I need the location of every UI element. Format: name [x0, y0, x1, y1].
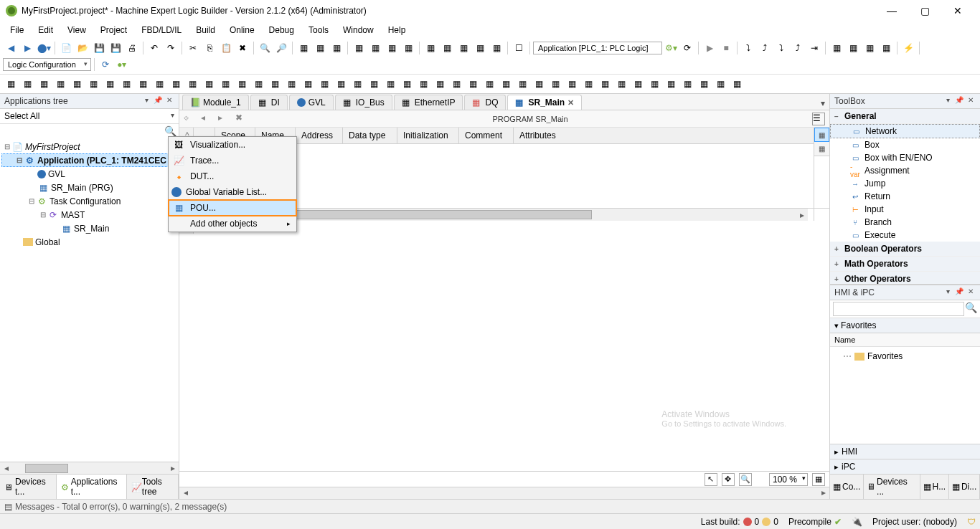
- tb2-icon[interactable]: ▦: [283, 76, 299, 92]
- panel-dropdown-icon[interactable]: ▾: [943, 96, 953, 106]
- tb-icon[interactable]: ▦: [456, 40, 471, 56]
- hmi-favorites-row[interactable]: ⋯ Favorites: [836, 350, 974, 363]
- subbar-fwd-icon[interactable]: ▸: [218, 113, 231, 125]
- redo-icon[interactable]: ↷: [163, 40, 179, 56]
- tree-hscroll[interactable]: ◂▸: [0, 462, 179, 474]
- step-icon[interactable]: ⇥: [806, 40, 822, 56]
- tb2-icon[interactable]: ▦: [316, 76, 332, 92]
- toolbox-group-math[interactable]: +Math Operators: [830, 257, 980, 272]
- cut-icon[interactable]: ✂: [185, 40, 201, 56]
- tb2-icon[interactable]: ▦: [481, 76, 497, 92]
- gutter-btn-1[interactable]: ▦: [814, 128, 829, 142]
- tb-icon[interactable]: ▦: [829, 40, 844, 56]
- tree-gvl-row[interactable]: GVL: [1, 167, 177, 181]
- run-icon[interactable]: ▶: [702, 40, 717, 56]
- tb2-icon[interactable]: ▦: [102, 76, 118, 92]
- nav-dropdown-icon[interactable]: ⬤▾: [36, 40, 52, 56]
- menu-file[interactable]: File: [3, 23, 31, 37]
- tb2-icon[interactable]: ▦: [118, 76, 134, 92]
- tb2-icon[interactable]: ▦: [663, 76, 679, 92]
- menu-view[interactable]: View: [60, 23, 93, 37]
- tb2-icon[interactable]: ▦: [201, 76, 217, 92]
- tb2-icon[interactable]: ▦: [448, 76, 464, 92]
- stop-icon[interactable]: ■: [718, 40, 734, 56]
- subbar-icon[interactable]: ⟐: [184, 113, 197, 125]
- tb-icon[interactable]: ▦: [439, 40, 455, 56]
- tree-taskcfg-row[interactable]: ⊟ ⚙ Task Configuration: [1, 194, 177, 208]
- findnext-icon[interactable]: 🔎: [273, 40, 289, 56]
- tb2-icon[interactable]: ▦: [300, 76, 316, 92]
- open-icon[interactable]: 📂: [75, 40, 90, 56]
- tb2-icon[interactable]: ▦: [168, 76, 184, 92]
- menu-fbd[interactable]: FBD/LD/IL: [134, 23, 189, 37]
- tb2-icon[interactable]: ▦: [646, 76, 662, 92]
- tb-icon[interactable]: ⟳: [679, 40, 695, 56]
- col-init[interactable]: Initialization: [397, 128, 459, 143]
- status-shield-icon[interactable]: 🛡: [967, 517, 976, 527]
- tb2-icon[interactable]: ▦: [597, 76, 613, 92]
- tb2-icon[interactable]: ▦: [36, 76, 52, 92]
- fit-icon[interactable]: ▦: [812, 473, 825, 486]
- panel-dropdown-icon[interactable]: ▾: [141, 96, 151, 106]
- cm-trace[interactable]: 📈Trace...: [169, 153, 296, 168]
- tb-icon[interactable]: ☐: [511, 40, 527, 56]
- paste-icon[interactable]: 📋: [218, 40, 234, 56]
- toolbox-item-network[interactable]: ▭Network: [830, 124, 980, 138]
- tb2-icon[interactable]: ▦: [630, 76, 646, 92]
- cm-gvl[interactable]: Global Variable List...: [169, 184, 296, 200]
- tb-icon[interactable]: ●▾: [114, 57, 130, 72]
- tb-icon[interactable]: ▦: [845, 40, 861, 56]
- tb2-icon[interactable]: ▦: [547, 76, 563, 92]
- subbar-back-icon[interactable]: ◂: [201, 113, 214, 125]
- tb2-icon[interactable]: ▦: [432, 76, 448, 92]
- doc-tab-dq[interactable]: ▦DQ: [464, 95, 506, 110]
- menu-tools[interactable]: Tools: [301, 23, 336, 37]
- toolbox-item-jump[interactable]: →Jump: [830, 177, 980, 190]
- tb2-icon[interactable]: ▦: [333, 76, 349, 92]
- tb2-icon[interactable]: ▦: [69, 76, 85, 92]
- col-attributes[interactable]: Attributes: [514, 128, 829, 143]
- messages-bar[interactable]: ▤ Messages - Total 0 error(s), 0 warning…: [0, 499, 980, 513]
- doc-tab-iobus[interactable]: ▦IO_Bus: [335, 95, 392, 110]
- tb-icon[interactable]: ▦: [312, 40, 328, 56]
- pan-icon[interactable]: ✥: [722, 473, 735, 486]
- doc-tab-ethernetip[interactable]: ▦EthernetIP: [394, 95, 463, 110]
- hmi-collapsed-ipc[interactable]: ▸ iPC: [830, 459, 980, 474]
- delete-icon[interactable]: ✖: [235, 40, 250, 56]
- panel-dropdown-icon[interactable]: ▾: [943, 287, 953, 297]
- panel-pin-icon[interactable]: 📌: [153, 96, 163, 106]
- tree-mast-row[interactable]: ⊟ ⟳ MAST: [1, 208, 177, 221]
- tb2-icon[interactable]: ▦: [19, 76, 35, 92]
- tb-icon[interactable]: ▦: [862, 40, 877, 56]
- toolbox-group-boolean[interactable]: +Boolean Operators: [830, 242, 980, 257]
- save-icon[interactable]: 💾: [91, 40, 107, 56]
- toolbox-group-other[interactable]: +Other Operators: [830, 272, 980, 284]
- menu-help[interactable]: Help: [381, 23, 413, 37]
- tree-srmain-row[interactable]: ▦ SR_Main: [1, 221, 177, 235]
- tb2-icon[interactable]: ▦: [531, 76, 547, 92]
- tb-icon[interactable]: ▦: [489, 40, 504, 56]
- panel-close-icon[interactable]: ✕: [164, 96, 174, 106]
- tab-devices-tree[interactable]: 🖥Devices t...: [0, 475, 57, 499]
- doc-tab-gvl[interactable]: GVL: [289, 95, 334, 110]
- print-icon[interactable]: 🖨: [124, 40, 140, 56]
- tb2-icon[interactable]: ▦: [564, 76, 580, 92]
- config-dropdown[interactable]: Logic Configuration: [3, 58, 91, 71]
- tb-icon[interactable]: ▦: [384, 40, 400, 56]
- toolbox-item-return[interactable]: ↩Return: [830, 190, 980, 203]
- tb2-icon[interactable]: ▦: [52, 76, 68, 92]
- tb-icon[interactable]: ▦: [400, 40, 416, 56]
- minimize-button[interactable]: —: [875, 0, 908, 22]
- subbar-view-icon[interactable]: ☰: [812, 113, 825, 125]
- nav-back-icon[interactable]: ◀: [3, 40, 19, 56]
- tb-icon[interactable]: ▦: [878, 40, 894, 56]
- hmi-tab-co[interactable]: ▦Co...: [830, 475, 864, 499]
- step-icon[interactable]: ⤵: [740, 40, 756, 56]
- refresh-icon[interactable]: ⟳: [98, 57, 113, 72]
- tb2-icon[interactable]: ▦: [135, 76, 151, 92]
- tb-icon[interactable]: ⚡: [900, 40, 916, 56]
- zoom-icon[interactable]: 🔍: [739, 473, 752, 486]
- tb2-icon[interactable]: ▦: [580, 76, 596, 92]
- tb2-icon[interactable]: ▦: [399, 76, 415, 92]
- tb2-icon[interactable]: ▦: [366, 76, 382, 92]
